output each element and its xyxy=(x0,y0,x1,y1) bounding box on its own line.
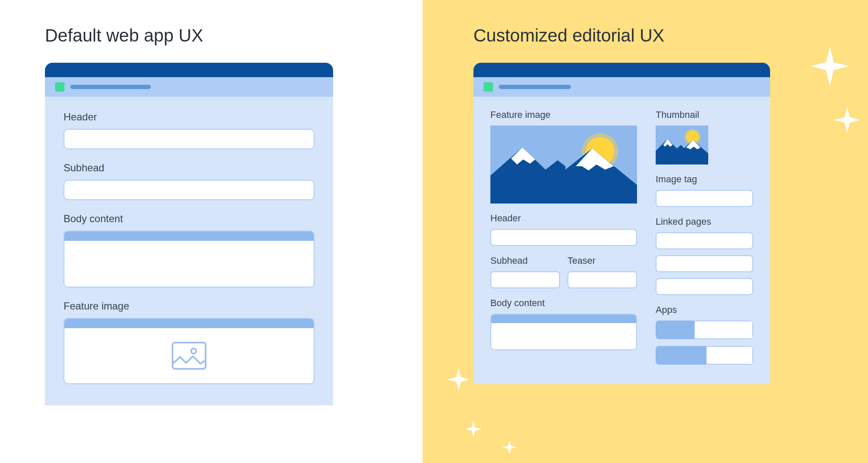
feature-image-field: Feature image xyxy=(490,109,637,204)
header-label: Header xyxy=(490,213,637,224)
window-body: Feature image Header xyxy=(473,97,770,384)
linked-page-input[interactable] xyxy=(656,255,753,272)
picture-icon xyxy=(172,342,206,370)
right-panel: Customized editorial UX Feature image xyxy=(423,0,868,463)
apps-label: Apps xyxy=(656,304,753,315)
subhead-label: Subhead xyxy=(64,162,314,174)
header-input[interactable] xyxy=(64,129,314,149)
feature-image-field: Feature image xyxy=(64,300,314,384)
image-tag-input[interactable] xyxy=(656,190,753,207)
favicon-icon xyxy=(55,82,64,92)
window-titlebar xyxy=(45,63,333,77)
header-input[interactable] xyxy=(490,229,637,246)
body-label: Body content xyxy=(490,298,637,309)
left-title: Default web app UX xyxy=(45,25,389,46)
sparkle-icon xyxy=(465,421,482,438)
sparkle-icon xyxy=(834,107,860,133)
subhead-teaser-row: Subhead Teaser xyxy=(490,255,637,288)
body-field: Body content xyxy=(64,213,314,287)
right-title: Customized editorial UX xyxy=(473,25,817,46)
header-label: Header xyxy=(64,111,314,123)
addressbar-placeholder xyxy=(499,85,571,89)
thumbnail-preview[interactable] xyxy=(656,126,708,165)
linked-pages-field: Linked pages xyxy=(656,216,753,295)
thumbnail-field: Thumbnail xyxy=(656,109,753,165)
addressbar-placeholder xyxy=(70,85,151,89)
image-tag-field: Image tag xyxy=(656,174,753,207)
subhead-input[interactable] xyxy=(490,271,560,288)
subhead-input[interactable] xyxy=(64,180,314,200)
window-addressbar xyxy=(45,77,333,97)
linked-page-input[interactable] xyxy=(656,232,753,249)
feature-image-preview[interactable] xyxy=(490,126,637,204)
favicon-icon xyxy=(484,82,493,92)
side-column: Thumbnail Image tag xyxy=(656,109,753,365)
linked-pages-label: Linked pages xyxy=(656,216,753,227)
main-column: Feature image Header xyxy=(490,109,637,365)
sparkle-icon xyxy=(447,368,470,391)
header-field: Header xyxy=(64,111,314,149)
thumbnail-label: Thumbnail xyxy=(656,109,753,120)
sparkle-icon xyxy=(810,47,849,86)
app-toggle[interactable] xyxy=(656,321,753,339)
teaser-label: Teaser xyxy=(568,255,637,266)
apps-field: Apps xyxy=(656,304,753,365)
teaser-input[interactable] xyxy=(568,271,637,288)
subhead-field: Subhead xyxy=(64,162,314,200)
feature-image-label: Feature image xyxy=(490,109,637,120)
body-editor[interactable] xyxy=(64,231,314,287)
feature-image-uploader[interactable] xyxy=(64,318,314,384)
feature-image-label: Feature image xyxy=(64,300,314,312)
linked-page-input[interactable] xyxy=(656,278,753,295)
sparkle-icon xyxy=(502,440,517,455)
app-toggle[interactable] xyxy=(656,346,753,365)
header-field: Header xyxy=(490,213,637,246)
image-tag-label: Image tag xyxy=(656,174,753,185)
body-label: Body content xyxy=(64,213,314,225)
window-addressbar xyxy=(473,77,770,97)
window-body: Header Subhead Body content Feature imag… xyxy=(45,97,333,405)
left-panel: Default web app UX Header Subhead Body c… xyxy=(0,0,423,463)
window-titlebar xyxy=(473,63,770,77)
default-window: Header Subhead Body content Feature imag… xyxy=(45,63,333,405)
body-editor[interactable] xyxy=(490,314,637,350)
body-field: Body content xyxy=(490,298,637,350)
subhead-field: Subhead xyxy=(490,255,560,288)
subhead-label: Subhead xyxy=(490,255,560,266)
teaser-field: Teaser xyxy=(568,255,637,288)
customized-window: Feature image Header xyxy=(473,63,770,384)
